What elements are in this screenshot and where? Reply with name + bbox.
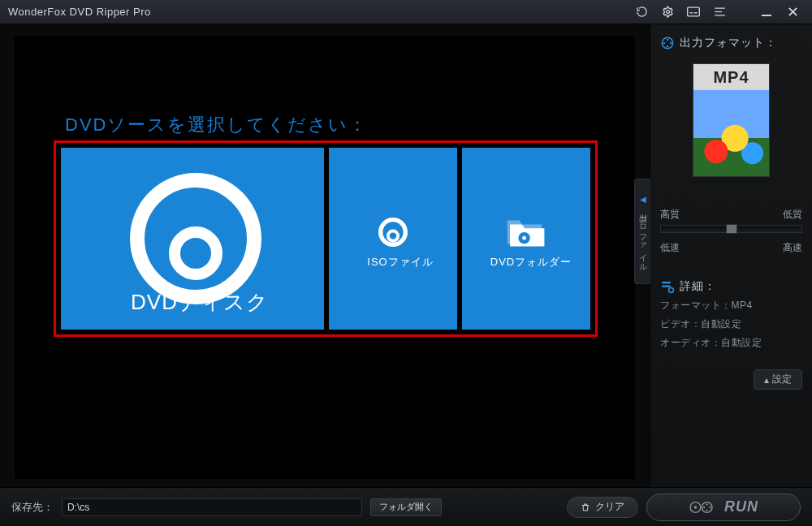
svg-point-17 (667, 39, 668, 41)
run-button-label: RUN (724, 498, 758, 515)
format-thumbnail[interactable]: MP4 (693, 63, 770, 177)
folder-disc-icon (494, 208, 559, 257)
chevron-left-icon: ◀ (640, 195, 646, 204)
format-badge: MP4 (693, 64, 769, 90)
subtitle-icon[interactable] (682, 3, 705, 21)
settings-button-label: 設定 (772, 373, 792, 386)
film-reel-icon (660, 36, 675, 50)
app-title: WonderFox DVD Ripper Pro (8, 6, 627, 18)
open-folder-button[interactable]: フォルダ開く (370, 498, 442, 516)
svg-point-11 (175, 232, 217, 274)
svg-point-19 (663, 42, 665, 44)
quality-slider[interactable] (660, 225, 802, 233)
gear-icon[interactable] (656, 3, 679, 21)
list-gear-icon (660, 279, 675, 294)
detail-video: ビデオ：自動設定 (660, 317, 802, 331)
run-button[interactable]: RUN (646, 494, 801, 521)
svg-point-15 (522, 236, 526, 240)
chevron-up-icon: ▴ (764, 374, 769, 386)
details-heading: 詳細： (660, 279, 802, 294)
profile-tab-label: 出力プロファイル (637, 207, 649, 268)
source-tiles: DVDディスク ISOファイル (54, 140, 598, 337)
settings-button[interactable]: ▴ 設定 (754, 369, 802, 390)
svg-point-18 (667, 45, 668, 47)
speed-left-label: 低速 (660, 241, 680, 255)
run-discs-icon (689, 499, 716, 515)
svg-point-13 (388, 231, 398, 240)
quality-right-label: 低質 (783, 208, 802, 222)
speed-right-label: 高速 (783, 241, 802, 255)
minimize-icon[interactable] (755, 3, 778, 21)
titlebar: WonderFox DVD Ripper Pro (0, 0, 812, 24)
refresh-icon[interactable] (630, 3, 653, 21)
main-area: DVDソースを選択してください： DVDディスク (0, 24, 650, 487)
dvd-disc-tile[interactable]: DVDディスク (61, 148, 324, 330)
svg-rect-1 (688, 7, 700, 16)
close-icon[interactable] (781, 3, 804, 21)
details-section: 詳細： フォーマット：MP4 ビデオ：自動設定 オーディオ：自動設定 (660, 279, 802, 355)
trash-icon (581, 502, 590, 512)
menu-icon[interactable] (708, 3, 731, 21)
svg-rect-21 (662, 282, 671, 283)
right-panel: ◀ 出力プロファイル 出力フォマット： MP4 高質 低質 低速 (650, 24, 812, 487)
quality-left-label: 高質 (660, 208, 680, 222)
save-path-input[interactable] (62, 498, 362, 516)
svg-point-30 (709, 506, 710, 507)
svg-point-27 (706, 503, 708, 505)
sliders-area: 高質 低質 低速 高速 (660, 208, 802, 255)
source-prompt: DVDソースを選択してください： (65, 113, 368, 137)
format-art (693, 90, 769, 177)
svg-rect-22 (662, 286, 671, 287)
svg-point-29 (703, 506, 705, 507)
clear-button[interactable]: クリア (567, 497, 638, 518)
clear-button-label: クリア (595, 500, 624, 514)
svg-point-20 (670, 42, 672, 44)
bottom-bar: 保存先： フォルダ開く クリア RUN (0, 487, 812, 526)
content: DVDソースを選択してください： DVDディスク (0, 24, 812, 487)
quality-slider-thumb[interactable] (726, 224, 737, 234)
disc-icon: DVDディスク (111, 157, 274, 320)
svg-point-23 (669, 288, 674, 293)
output-format-heading: 出力フォマット： (660, 36, 802, 50)
detail-audio: オーディオ：自動設定 (660, 336, 802, 350)
detail-format: フォーマット：MP4 (660, 299, 802, 313)
iso-file-tile[interactable]: ISOファイル (329, 148, 457, 330)
svg-point-25 (694, 506, 698, 509)
dvd-folder-label: DVDフォルダー (490, 255, 572, 269)
iso-disc-icon (361, 208, 425, 257)
source-canvas: DVDソースを選択してください： DVDディスク (15, 37, 635, 479)
save-to-label: 保存先： (11, 500, 54, 515)
dvd-disc-label: DVDディスク (131, 288, 269, 317)
svg-point-0 (666, 11, 669, 14)
details-label: 詳細： (680, 279, 716, 294)
profile-tab[interactable]: ◀ 出力プロファイル (634, 179, 650, 284)
iso-file-label: ISOファイル (367, 255, 433, 269)
svg-point-28 (706, 509, 708, 511)
output-format-label: 出力フォマット： (680, 36, 777, 50)
dvd-folder-tile[interactable]: DVDフォルダー (462, 148, 590, 330)
